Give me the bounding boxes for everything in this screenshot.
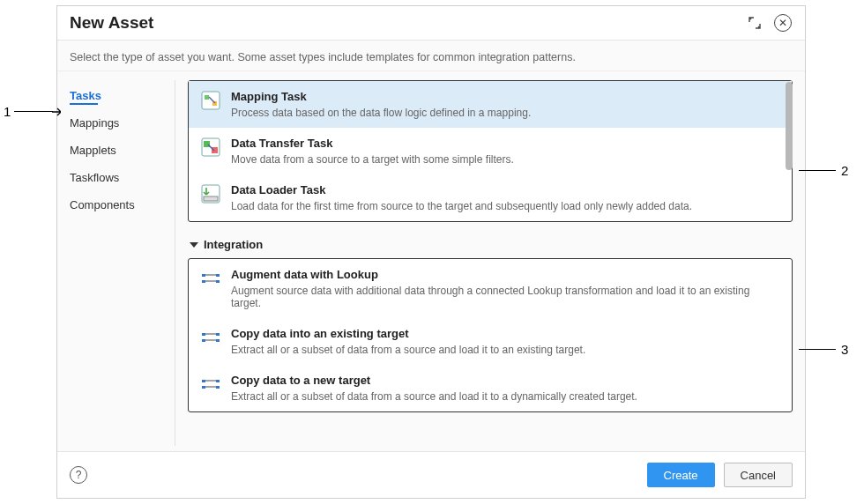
asset-title: Copy data into an existing target xyxy=(231,327,779,340)
asset-title: Augment data with Lookup xyxy=(231,268,779,281)
asset-title: Copy data to a new target xyxy=(231,374,779,387)
primary-task-group: Mapping Task Process data based on the d… xyxy=(188,80,793,222)
chevron-down-icon xyxy=(190,242,198,248)
sidebar-item-tasks[interactable]: Tasks xyxy=(70,89,168,102)
dialog-header: New Asset ✕ xyxy=(57,6,805,41)
asset-desc: Augment source data with additional data… xyxy=(231,285,779,309)
callout-2: 2 xyxy=(799,163,848,178)
callout-1: 1 xyxy=(4,104,61,119)
expand-icon[interactable] xyxy=(745,13,764,33)
dialog-body: Tasks Mappings Mapplets Taskflows Compon… xyxy=(57,71,805,451)
header-actions: ✕ xyxy=(745,13,793,33)
dialog-footer: ? Create Cancel xyxy=(57,451,805,498)
svg-rect-11 xyxy=(216,280,220,283)
sidebar-item-label: Tasks xyxy=(70,89,101,102)
asset-desc: Process data based on the data flow logi… xyxy=(231,107,779,119)
template-icon xyxy=(201,374,220,394)
template-icon xyxy=(201,269,220,288)
asset-item-copy-existing[interactable]: Copy data into an existing target Extrac… xyxy=(189,318,792,365)
svg-rect-1 xyxy=(205,95,209,100)
svg-rect-10 xyxy=(216,274,220,277)
svg-rect-19 xyxy=(216,386,220,389)
asset-desc: Extract all or a subset of data from a s… xyxy=(231,390,779,403)
asset-item-mapping-task[interactable]: Mapping Task Process data based on the d… xyxy=(189,81,792,128)
sidebar-item-label: Mappings xyxy=(70,116,119,130)
asset-item-data-loader[interactable]: Data Loader Task Load data for the first… xyxy=(189,174,792,221)
dialog-subtitle: Select the type of asset you want. Some … xyxy=(57,41,805,71)
svg-rect-7 xyxy=(204,196,218,201)
templates-group: Augment data with Lookup Augment source … xyxy=(188,258,793,412)
svg-rect-17 xyxy=(202,386,205,389)
main-panel: Mapping Task Process data based on the d… xyxy=(175,80,793,446)
asset-desc: Move data from a source to a target with… xyxy=(231,153,779,166)
section-label: Integration xyxy=(204,238,263,251)
data-loader-icon xyxy=(201,184,220,204)
scrollbar-thumb[interactable] xyxy=(786,82,793,170)
asset-title: Mapping Task xyxy=(231,90,779,103)
svg-rect-14 xyxy=(216,333,220,336)
svg-rect-8 xyxy=(202,274,205,277)
svg-rect-16 xyxy=(202,380,205,382)
close-icon[interactable]: ✕ xyxy=(773,13,793,33)
sidebar: Tasks Mappings Mapplets Taskflows Compon… xyxy=(70,80,175,446)
sidebar-item-label: Components xyxy=(70,198,135,211)
asset-desc: Extract all or a subset of data from a s… xyxy=(231,344,779,356)
sidebar-item-mappings[interactable]: Mappings xyxy=(70,116,168,130)
asset-item-copy-new[interactable]: Copy data to a new target Extract all or… xyxy=(189,365,792,411)
sidebar-item-label: Taskflows xyxy=(70,171,119,184)
sidebar-item-mapplets[interactable]: Mapplets xyxy=(70,144,168,157)
svg-rect-0 xyxy=(202,92,220,109)
svg-rect-9 xyxy=(202,280,205,283)
create-button[interactable]: Create xyxy=(647,463,715,487)
svg-rect-18 xyxy=(216,380,220,382)
svg-rect-12 xyxy=(202,333,205,336)
template-icon xyxy=(201,328,220,347)
sidebar-item-taskflows[interactable]: Taskflows xyxy=(70,171,168,184)
sidebar-item-label: Mapplets xyxy=(70,144,116,157)
callout-3: 3 xyxy=(799,342,848,357)
svg-rect-15 xyxy=(216,339,220,342)
data-transfer-icon xyxy=(201,137,220,157)
dialog-title: New Asset xyxy=(70,13,153,33)
mapping-task-icon xyxy=(201,91,220,110)
help-icon[interactable]: ? xyxy=(70,466,87,484)
section-integration[interactable]: Integration xyxy=(188,233,793,258)
svg-rect-13 xyxy=(202,339,205,342)
asset-title: Data Loader Task xyxy=(231,183,779,196)
sidebar-item-components[interactable]: Components xyxy=(70,198,168,211)
cancel-button[interactable]: Cancel xyxy=(724,463,793,487)
asset-item-data-transfer[interactable]: Data Transfer Task Move data from a sour… xyxy=(189,128,792,174)
asset-desc: Load data for the first time from source… xyxy=(231,200,779,212)
asset-item-augment-lookup[interactable]: Augment data with Lookup Augment source … xyxy=(189,259,792,318)
asset-title: Data Transfer Task xyxy=(231,137,779,150)
new-asset-dialog: New Asset ✕ Select the type of asset you… xyxy=(56,5,806,499)
